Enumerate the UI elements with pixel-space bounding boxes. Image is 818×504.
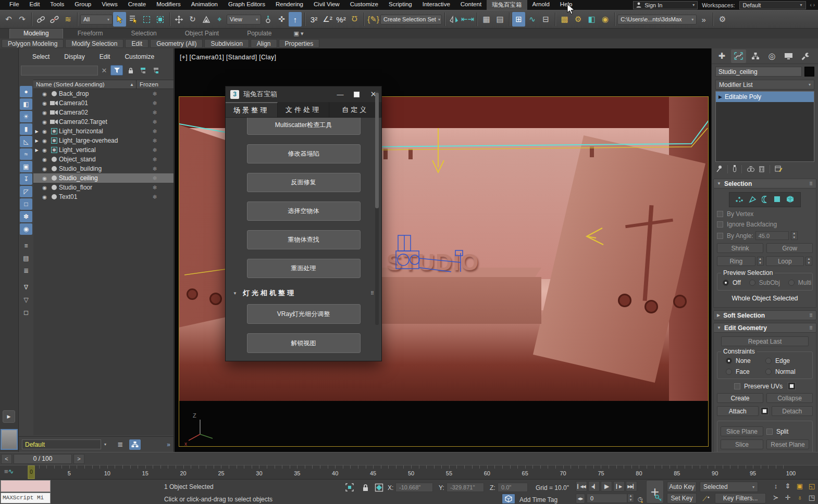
sign-in-button[interactable]: Sign In ▾ bbox=[633, 1, 698, 9]
select-and-scale-icon[interactable] bbox=[200, 12, 213, 27]
isolate-selection-toggle[interactable] bbox=[502, 494, 515, 504]
clear-search-icon[interactable]: ✕ bbox=[101, 67, 108, 74]
z-coordinate-field[interactable]: 0.0" bbox=[498, 483, 528, 492]
attach-button[interactable]: Attach bbox=[717, 406, 759, 416]
selection-lock-toggle-icon[interactable] bbox=[360, 482, 371, 493]
expand-panel-button[interactable]: ▶ bbox=[3, 410, 15, 423]
key-mode-dropdown[interactable]: Selected▾ bbox=[700, 482, 758, 492]
frozen-snowflake-icon[interactable]: ❄ bbox=[136, 166, 173, 172]
toggle-scene-explorer-icon[interactable]: ▦ bbox=[480, 12, 493, 27]
frozen-snowflake-icon[interactable]: ❄ bbox=[136, 100, 173, 107]
spinner-snap-toggle-icon[interactable]: Ω bbox=[348, 12, 361, 27]
frame-nudge-buttons[interactable]: ◀▶ bbox=[576, 494, 585, 503]
minimize-icon[interactable]: — bbox=[337, 91, 343, 98]
border-subobject-icon[interactable] bbox=[762, 196, 769, 204]
light-camera-section-header[interactable]: ▼灯光相机整理⠿ bbox=[226, 287, 381, 304]
edit-geometry-rollout-header[interactable]: ▼ Edit Geometry ⠿ bbox=[713, 323, 816, 333]
dialog-title-bar[interactable]: 3 瑞兔百宝箱 — ✕ bbox=[226, 86, 381, 102]
hierarchy-tab[interactable] bbox=[748, 49, 763, 63]
set-keys-button[interactable]: + bbox=[646, 480, 664, 503]
visibility-eye-icon[interactable]: ◉ bbox=[40, 185, 49, 191]
frozen-snowflake-icon[interactable]: ❄ bbox=[136, 147, 173, 154]
menu-item-14[interactable]: Content bbox=[455, 0, 487, 10]
hierarchy-view-icon[interactable] bbox=[129, 439, 141, 450]
filter-cameras-icon[interactable]: ▮ bbox=[20, 123, 32, 135]
visibility-eye-icon[interactable]: ◉ bbox=[40, 110, 49, 116]
frozen-snowflake-icon[interactable]: ❄ bbox=[136, 184, 173, 191]
dialog-button-3[interactable]: 选择空物体 bbox=[247, 201, 361, 221]
ribbon-panel-edit[interactable]: Edit bbox=[125, 39, 148, 48]
selection-rollout-header[interactable]: ▼ Selection ⠿ bbox=[713, 179, 816, 188]
named-selection-set-dropdown[interactable]: Create Selection Set▾ bbox=[380, 15, 442, 24]
angle-snap-toggle-icon[interactable]: ∠² bbox=[321, 12, 334, 27]
grow-button[interactable]: Grow bbox=[766, 243, 813, 253]
mirror-icon[interactable] bbox=[448, 12, 461, 27]
vertex-subobject-icon[interactable] bbox=[735, 196, 743, 204]
material-preview-swatch[interactable] bbox=[1, 429, 18, 450]
preview-subobj-radio[interactable]: SubObj bbox=[749, 279, 780, 286]
ribbon-options-icon[interactable]: ▣ ▾ bbox=[294, 30, 304, 39]
select-and-rotate-icon[interactable]: ↻ bbox=[186, 12, 199, 27]
orbit-icon[interactable]: ♁ bbox=[794, 492, 805, 503]
filter-bones-icon[interactable]: ◸ bbox=[20, 186, 32, 197]
loop-button[interactable]: Loop bbox=[766, 256, 804, 266]
by-angle-spinner[interactable]: ▲▼ bbox=[791, 231, 798, 240]
explorer-row-camera02[interactable]: ◉Camera02❄ bbox=[33, 108, 173, 117]
preserve-uvs-settings-icon[interactable] bbox=[788, 382, 796, 390]
frozen-snowflake-icon[interactable]: ❄ bbox=[136, 137, 173, 144]
visibility-eye-icon[interactable]: ◉ bbox=[40, 91, 49, 97]
frozen-column-header[interactable]: Frozen bbox=[137, 80, 173, 89]
split-checkbox[interactable]: Split bbox=[766, 428, 809, 435]
remove-modifier-icon[interactable] bbox=[759, 165, 765, 173]
use-pivot-point-center-icon[interactable] bbox=[262, 12, 275, 27]
time-slider[interactable]: 0 bbox=[28, 465, 35, 479]
go-to-start-button[interactable]: ▎◀◀ bbox=[576, 481, 587, 492]
project-folder-dropdown[interactable]: C:\Users\e...nts\3dsMax▾ bbox=[617, 15, 697, 24]
open-mini-curve-editor-icon[interactable]: ≡∿ bbox=[4, 468, 14, 475]
dialog-button-0[interactable]: Multiscatter检查工具 bbox=[247, 118, 361, 135]
visibility-eye-icon[interactable]: ◉ bbox=[40, 157, 49, 162]
motion-tab[interactable]: ◎ bbox=[764, 49, 779, 63]
visibility-eye-icon[interactable]: ◉ bbox=[40, 100, 49, 106]
object-name-field[interactable]: Studio_ceiling bbox=[715, 67, 802, 77]
filter-groups-icon[interactable]: ▣ bbox=[20, 161, 32, 172]
maxscript-mini-listener[interactable]: MAXScript Mi bbox=[1, 493, 51, 503]
auto-key-button[interactable]: Auto Key bbox=[667, 482, 697, 492]
filter-frozen-icon[interactable]: □ bbox=[20, 198, 32, 210]
workspaces-dropdown[interactable]: Default ▾ bbox=[739, 1, 806, 9]
menu-item-15[interactable]: 瑞兔百宝箱 bbox=[487, 0, 527, 10]
dialog-light-button-0[interactable]: VRay灯光细分调整 bbox=[247, 304, 361, 324]
ribbon-panel-modify-selection[interactable]: Modify Selection bbox=[65, 39, 123, 48]
explorer-menu-edit[interactable]: Edit bbox=[100, 53, 110, 60]
zoom-extents-all-icon[interactable]: ◱ bbox=[806, 481, 817, 492]
constraint-edge-radio[interactable]: Edge bbox=[765, 357, 804, 364]
utilities-tab[interactable] bbox=[798, 49, 813, 63]
menu-item-1[interactable]: Edit bbox=[24, 0, 45, 10]
zoom-icon[interactable]: ↕ bbox=[770, 481, 782, 492]
ribbon-tab-selection[interactable]: Selection bbox=[117, 29, 170, 39]
explorer-overflow-icon[interactable]: » bbox=[167, 441, 170, 448]
filter-custom-icon[interactable]: ▽ bbox=[20, 294, 32, 306]
expand-hierarchy-icon[interactable] bbox=[152, 66, 162, 75]
frame-counter-field[interactable]: 0 / 100 bbox=[14, 454, 72, 464]
by-vertex-checkbox[interactable]: By Vertex bbox=[717, 210, 813, 218]
frozen-snowflake-icon[interactable]: ❄ bbox=[136, 119, 173, 125]
ring-spinner[interactable]: ▲▼ bbox=[757, 257, 764, 266]
expand-arrow-icon[interactable]: ▶ bbox=[33, 148, 40, 153]
menu-item-3[interactable]: Group bbox=[69, 0, 96, 10]
ribbon-tab-freeform[interactable]: Freeform bbox=[64, 29, 117, 39]
ribbon-panel-polygon-modeling[interactable]: Polygon Modeling bbox=[2, 39, 64, 48]
select-and-move-icon[interactable] bbox=[172, 12, 185, 27]
explorer-row-light-horizontal[interactable]: ▶◉Light_horizontal❄ bbox=[33, 127, 173, 136]
collapse-button[interactable]: Collapse bbox=[766, 393, 813, 403]
redo-icon[interactable]: ↷ bbox=[16, 12, 29, 27]
filter-helpers-icon[interactable]: ◺ bbox=[20, 136, 32, 147]
filter-particles-icon[interactable]: ✽ bbox=[20, 211, 32, 222]
edit-named-selection-sets-icon[interactable]: {✎} bbox=[367, 12, 380, 27]
menu-item-13[interactable]: Interactive bbox=[417, 0, 455, 10]
render-production-icon[interactable]: ◉ bbox=[599, 12, 612, 27]
menu-item-2[interactable]: Tools bbox=[45, 0, 69, 10]
by-angle-field[interactable]: 45.0 bbox=[755, 231, 789, 240]
menu-item-11[interactable]: Customize bbox=[345, 0, 383, 10]
search-filter-button[interactable] bbox=[110, 65, 123, 75]
